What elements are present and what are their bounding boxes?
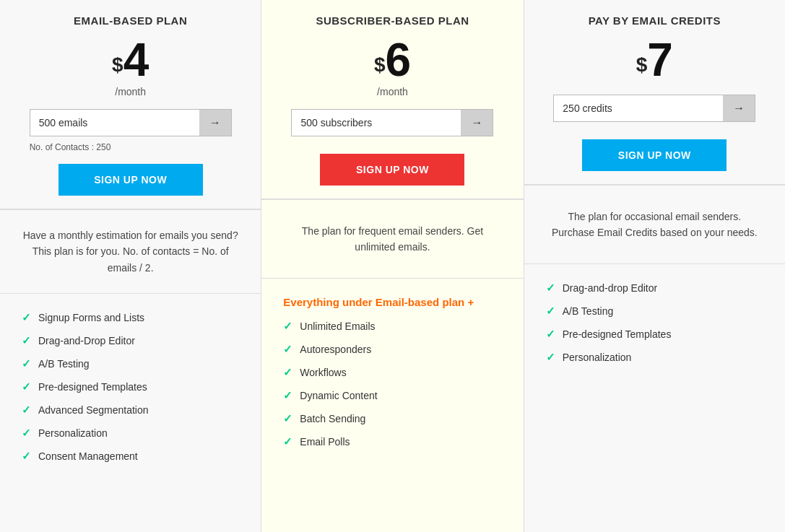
- check-icon: ✓: [546, 351, 555, 364]
- subscriber-arrow-button[interactable]: →: [461, 110, 493, 136]
- list-item: ✓ Dynamic Content: [283, 389, 506, 402]
- check-icon: ✓: [283, 412, 292, 425]
- check-icon: ✓: [22, 357, 31, 370]
- email-plan-description: Have a monthly estimation for emails you…: [0, 209, 261, 294]
- subscriber-input-row: →: [291, 109, 493, 136]
- email-plan-price: $4: [14, 37, 246, 83]
- subscriber-input[interactable]: [292, 110, 461, 135]
- subscriber-plan-column: SUBSCRIBER-BASED PLAN $6 /month → SIGN U…: [261, 0, 523, 532]
- email-plan-features: ✓ Signup Forms and Lists ✓ Drag-and-Drop…: [0, 294, 261, 490]
- credits-plan-features: ✓ Drag-and-drop Editor ✓ A/B Testing ✓ P…: [524, 264, 785, 391]
- credits-input-row: →: [553, 95, 755, 122]
- list-item: ✓ Signup Forms and Lists: [22, 311, 243, 324]
- check-icon: ✓: [546, 282, 555, 295]
- list-item: ✓ Autoresponders: [283, 343, 506, 356]
- list-item: ✓ Pre-designed Templates: [546, 328, 768, 341]
- pricing-grid: EMAIL-BASED PLAN $4 /month → No. of Cont…: [0, 0, 785, 532]
- list-item: ✓ Personalization: [22, 427, 243, 440]
- check-icon: ✓: [283, 435, 292, 448]
- check-icon: ✓: [283, 389, 292, 402]
- check-icon: ✓: [546, 328, 555, 341]
- email-signup-button[interactable]: SIGN UP NOW: [58, 164, 203, 196]
- credits-arrow-button[interactable]: →: [723, 95, 755, 121]
- check-icon: ✓: [22, 427, 31, 440]
- subscriber-plan-top: SUBSCRIBER-BASED PLAN $6 /month → SIGN U…: [261, 0, 523, 199]
- email-plan-column: EMAIL-BASED PLAN $4 /month → No. of Cont…: [0, 0, 261, 532]
- list-item: ✓ Unlimited Emails: [283, 320, 506, 333]
- email-contacts-label: No. of Contacts : 250: [30, 142, 232, 152]
- list-item: ✓ Advanced Segmentation: [22, 404, 243, 417]
- subscriber-signup-button[interactable]: SIGN UP NOW: [320, 154, 464, 186]
- list-item: ✓ Batch Sending: [283, 412, 506, 425]
- subscriber-price-symbol: $: [374, 53, 386, 76]
- check-icon: ✓: [283, 366, 292, 379]
- check-icon: ✓: [546, 305, 555, 318]
- email-plan-top: EMAIL-BASED PLAN $4 /month → No. of Cont…: [0, 0, 261, 209]
- check-icon: ✓: [283, 320, 292, 333]
- list-item: ✓ Email Polls: [283, 435, 506, 448]
- list-item: ✓ Workflows: [283, 366, 506, 379]
- list-item: ✓ A/B Testing: [22, 357, 243, 370]
- credits-plan-price: $7: [539, 37, 771, 83]
- credits-input[interactable]: [554, 96, 723, 121]
- email-price-symbol: $: [112, 53, 123, 76]
- credits-price-symbol: $: [636, 53, 648, 76]
- credits-signup-button[interactable]: SIGN UP NOW: [582, 139, 727, 171]
- check-icon: ✓: [283, 343, 292, 356]
- credits-plan-column: PAY BY EMAIL CREDITS $7 → SIGN UP NOW Th…: [524, 0, 785, 532]
- subscriber-price-amount: 6: [385, 34, 411, 86]
- email-input[interactable]: [30, 110, 199, 135]
- list-item: ✓ Consent Management: [22, 450, 243, 463]
- subscriber-plan-name: SUBSCRIBER-BASED PLAN: [276, 14, 508, 27]
- list-item: ✓ Personalization: [546, 351, 768, 364]
- check-icon: ✓: [22, 404, 31, 417]
- list-item: ✓ Drag-and-drop Editor: [546, 282, 768, 295]
- email-arrow-button[interactable]: →: [199, 110, 231, 136]
- credits-price-amount: 7: [647, 34, 673, 86]
- subscriber-features-header: Everything under Email-based plan +: [283, 296, 506, 308]
- email-price-period: /month: [14, 86, 246, 97]
- subscriber-plan-description: The plan for frequent email senders. Get…: [261, 199, 523, 279]
- credits-plan-name: PAY BY EMAIL CREDITS: [539, 14, 771, 27]
- check-icon: ✓: [22, 450, 31, 463]
- list-item: ✓ Pre-designed Templates: [22, 380, 243, 393]
- email-price-amount: 4: [123, 34, 149, 86]
- list-item: ✓ A/B Testing: [546, 305, 768, 318]
- list-item: ✓ Drag-and-Drop Editor: [22, 334, 243, 347]
- check-icon: ✓: [22, 334, 31, 347]
- subscriber-plan-features: Everything under Email-based plan + ✓ Un…: [261, 279, 523, 476]
- check-icon: ✓: [22, 311, 31, 324]
- subscriber-price-period: /month: [276, 86, 508, 97]
- email-plan-name: EMAIL-BASED PLAN: [14, 14, 246, 27]
- check-icon: ✓: [22, 380, 31, 393]
- email-input-row: →: [30, 109, 232, 136]
- subscriber-plan-price: $6: [276, 37, 508, 83]
- credits-plan-top: PAY BY EMAIL CREDITS $7 → SIGN UP NOW: [524, 0, 785, 185]
- credits-plan-description: The plan for occasional email senders. P…: [524, 185, 785, 264]
